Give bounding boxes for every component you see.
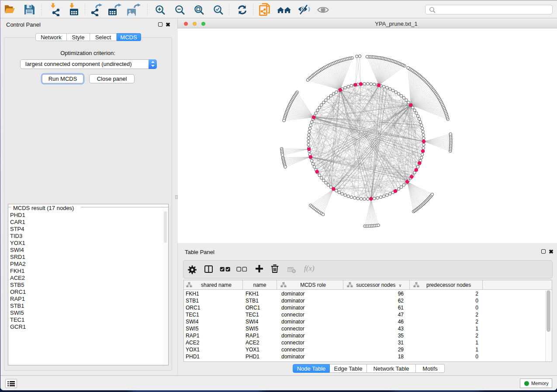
svg-text:f(x): f(x)	[304, 265, 315, 272]
